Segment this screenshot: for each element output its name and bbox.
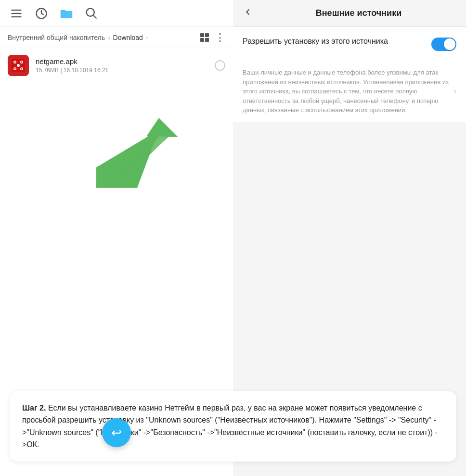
breadcrumb-separator: › — [108, 34, 110, 41]
svg-point-4 — [87, 8, 94, 16]
file-item[interactable]: netgame.apk 15.76MB | 16.10.2019 16:21 — [0, 48, 233, 83]
view-toggle-icon[interactable] — [200, 33, 209, 42]
breadcrumb: Внутренний общий накопитель › Download ›… — [0, 27, 233, 48]
file-info: netgame.apk 15.76MB | 16.10.2019 16:21 — [36, 57, 208, 74]
settings-description-row: Ваши личные данные и данные телефона бол… — [233, 61, 466, 122]
search-icon[interactable] — [85, 7, 98, 20]
svg-marker-18 — [147, 118, 178, 137]
breadcrumb-chevron: › — [146, 34, 148, 41]
chevron-right-icon[interactable]: › — [453, 86, 456, 96]
hamburger-icon[interactable] — [10, 7, 23, 20]
more-options-icon[interactable]: ⋮ — [215, 31, 225, 44]
history-icon[interactable] — [35, 7, 48, 20]
apk-file-icon — [8, 55, 29, 76]
settings-label: Разрешить установку из этого источника — [243, 37, 426, 47]
svg-point-15 — [14, 68, 16, 70]
file-meta: 15.76MB | 16.10.2019 16:21 — [36, 67, 208, 74]
file-select-checkbox[interactable] — [215, 60, 225, 71]
file-name: netgame.apk — [36, 57, 208, 65]
instruction-bubble: Шаг 2. Если вы устанавливаете казино Нет… — [10, 391, 456, 462]
svg-line-5 — [93, 15, 96, 18]
right-topbar: Внешние источники — [233, 0, 466, 27]
settings-description: Ваши личные данные и данные телефона бол… — [243, 68, 450, 115]
arrow-annotation — [96, 111, 193, 188]
breadcrumb-root[interactable]: Внутренний общий накопитель — [8, 34, 105, 41]
settings-section: Разрешить установку из этого источника В… — [233, 27, 466, 122]
folder-icon[interactable] — [60, 7, 73, 20]
left-topbar — [0, 0, 233, 27]
allow-install-toggle[interactable] — [431, 38, 456, 51]
left-panel: Внутренний общий накопитель › Download ›… — [0, 0, 233, 476]
breadcrumb-current[interactable]: Download — [113, 34, 143, 41]
fab-icon: ↩ — [111, 425, 122, 440]
fab-button[interactable]: ↩ — [102, 418, 131, 447]
instruction-text: Шаг 2. Если вы устанавливаете казино Нет… — [22, 402, 444, 451]
svg-point-14 — [21, 62, 23, 63]
toggle-knob — [444, 39, 455, 50]
settings-row-allow-install: Разрешить установку из этого источника — [233, 27, 466, 61]
instruction-step: Шаг 2. — [22, 404, 46, 412]
svg-point-12 — [17, 64, 20, 67]
svg-point-13 — [14, 62, 16, 63]
back-button[interactable] — [243, 7, 253, 20]
svg-point-16 — [21, 68, 23, 70]
right-panel-title: Внешние источники — [261, 8, 456, 18]
